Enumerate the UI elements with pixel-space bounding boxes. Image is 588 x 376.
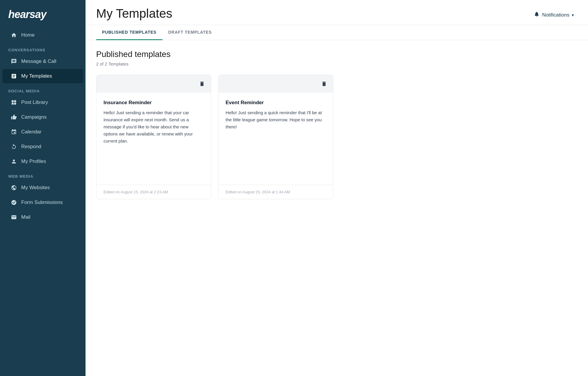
card-text: Hello! Just sending a reminder that your… — [104, 109, 204, 145]
grid-icon — [11, 99, 17, 106]
sidebar-home-label: Home — [21, 32, 35, 38]
respond-icon — [11, 143, 17, 150]
sidebar-respond-label: Respond — [21, 144, 41, 150]
sidebar-form-submissions-label: Form Submissions — [21, 200, 63, 205]
sidebar-item-post-library[interactable]: Post Library — [2, 95, 83, 109]
content-area: Published templates 2 of 2 Templates Ins… — [86, 40, 588, 376]
notifications-button[interactable]: Notifications ▾ — [530, 9, 577, 21]
globe-icon — [11, 184, 17, 191]
main-content: My Templates Notifications ▾ PUBLISHED T… — [86, 0, 588, 376]
sidebar-message-call-label: Message & Call — [21, 58, 56, 64]
card-footer: Edited on August 15, 2024 at 1:44 AM — [219, 185, 333, 199]
sidebar-mail-label: Mail — [21, 214, 30, 220]
section-label-web-media: WEB MEDIA — [0, 169, 86, 180]
tab-published-templates[interactable]: PUBLISHED TEMPLATES — [96, 25, 162, 40]
logo: hearsay — [0, 0, 86, 28]
card-name: Event Reminder — [226, 100, 326, 106]
chat-icon — [11, 58, 17, 65]
delete-button[interactable] — [198, 80, 206, 88]
sidebar-campaigns-label: Campaigns — [21, 114, 47, 120]
template-card[interactable]: Event Reminder Hello! Just sending a qui… — [218, 75, 333, 199]
template-icon — [11, 73, 17, 79]
sidebar: hearsay Home CONVERSATIONS Message & Cal… — [0, 0, 86, 376]
sidebar-item-my-profiles[interactable]: My Profiles — [2, 154, 83, 169]
sidebar-item-my-websites[interactable]: My Websites — [2, 181, 83, 195]
section-title: Published templates — [96, 50, 577, 59]
tabs-bar: PUBLISHED TEMPLATES DRAFT TEMPLATES — [86, 25, 588, 40]
card-text: Hello! Just sending a quick reminder tha… — [226, 109, 326, 130]
sidebar-my-profiles-label: My Profiles — [21, 158, 46, 164]
tab-draft-templates[interactable]: DRAFT TEMPLATES — [162, 25, 218, 40]
sidebar-my-templates-label: My Templates — [21, 73, 52, 79]
template-cards-grid: Insurance Reminder Hello! Just sending a… — [96, 75, 577, 199]
sidebar-item-campaigns[interactable]: Campaigns — [2, 110, 83, 124]
card-body: Insurance Reminder Hello! Just sending a… — [96, 93, 211, 152]
page-header: My Templates Notifications ▾ — [86, 0, 588, 25]
sidebar-item-respond[interactable]: Respond — [2, 140, 83, 154]
card-footer: Edited on August 15, 2024 at 2:23 AM — [96, 185, 211, 199]
sidebar-item-mail[interactable]: Mail — [2, 210, 83, 224]
bell-icon — [534, 11, 540, 19]
card-name: Insurance Reminder — [104, 100, 204, 106]
template-count: 2 of 2 Templates — [96, 61, 577, 66]
section-label-conversations: CONVERSATIONS — [0, 42, 86, 54]
person-icon — [11, 158, 17, 165]
card-header — [96, 75, 211, 93]
calendar-icon — [11, 129, 17, 135]
sidebar-item-home[interactable]: Home — [2, 28, 83, 42]
delete-button[interactable] — [320, 80, 328, 88]
page-title: My Templates — [96, 6, 172, 25]
card-body: Event Reminder Hello! Just sending a qui… — [219, 93, 333, 138]
section-label-social-media: SOCIAL MEDIA — [0, 84, 86, 95]
notifications-label: Notifications — [542, 12, 569, 18]
card-header — [219, 75, 333, 93]
sidebar-my-websites-label: My Websites — [21, 185, 50, 191]
home-icon — [11, 32, 17, 38]
sidebar-item-form-submissions[interactable]: Form Submissions — [2, 195, 83, 210]
check-circle-icon — [11, 199, 17, 206]
sidebar-item-calendar[interactable]: Calendar — [2, 125, 83, 139]
template-card[interactable]: Insurance Reminder Hello! Just sending a… — [96, 75, 211, 199]
thumb-icon — [11, 114, 17, 120]
sidebar-calendar-label: Calendar — [21, 129, 42, 135]
mail-icon — [11, 214, 17, 220]
sidebar-post-library-label: Post Library — [21, 99, 48, 105]
sidebar-item-message-call[interactable]: Message & Call — [2, 54, 83, 68]
sidebar-item-my-templates[interactable]: My Templates — [2, 69, 83, 83]
chevron-down-icon: ▾ — [572, 13, 574, 17]
